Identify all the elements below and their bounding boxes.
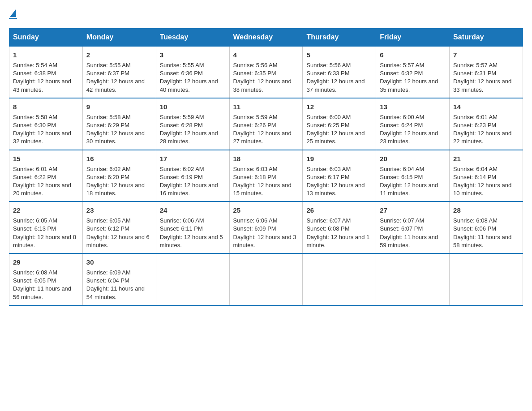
weekday-header-tuesday: Tuesday bbox=[156, 29, 229, 47]
calendar-cell: 11 Sunrise: 5:59 AM Sunset: 6:26 PM Dayl… bbox=[229, 98, 303, 150]
day-number: 12 bbox=[306, 102, 372, 111]
calendar-cell: 21 Sunrise: 6:04 AM Sunset: 6:14 PM Dayl… bbox=[450, 150, 523, 202]
sunset-label: Sunset: 6:36 PM bbox=[160, 70, 203, 77]
sunrise-label: Sunrise: 6:00 AM bbox=[306, 114, 351, 120]
day-number: 11 bbox=[233, 102, 299, 111]
daylight-label: Daylight: 11 hours and 59 minutes. bbox=[380, 234, 438, 248]
day-number: 7 bbox=[453, 50, 519, 60]
day-number: 8 bbox=[13, 102, 79, 111]
sunset-label: Sunset: 6:04 PM bbox=[86, 277, 129, 284]
day-number: 18 bbox=[233, 154, 299, 163]
daylight-label: Daylight: 12 hours and 6 minutes. bbox=[86, 234, 150, 248]
sunrise-label: Sunrise: 5:55 AM bbox=[160, 62, 204, 68]
sunset-label: Sunset: 6:08 PM bbox=[306, 225, 349, 232]
sunrise-label: Sunrise: 6:01 AM bbox=[13, 166, 57, 172]
sunrise-label: Sunrise: 6:01 AM bbox=[453, 114, 498, 120]
day-number: 28 bbox=[453, 206, 519, 215]
daylight-label: Daylight: 12 hours and 15 minutes. bbox=[233, 182, 292, 197]
calendar-cell: 29 Sunrise: 6:08 AM Sunset: 6:05 PM Dayl… bbox=[9, 253, 83, 305]
day-number: 29 bbox=[13, 257, 79, 267]
logo-triangle-icon bbox=[10, 9, 16, 17]
day-number: 5 bbox=[306, 50, 372, 60]
calendar-cell bbox=[303, 253, 376, 305]
daylight-label: Daylight: 12 hours and 1 minute. bbox=[306, 234, 369, 248]
daylight-label: Daylight: 11 hours and 56 minutes. bbox=[13, 285, 71, 300]
weekday-header-saturday: Saturday bbox=[450, 29, 523, 47]
day-number: 25 bbox=[233, 206, 299, 215]
sunset-label: Sunset: 6:18 PM bbox=[233, 174, 276, 180]
sunset-label: Sunset: 6:11 PM bbox=[160, 225, 203, 232]
daylight-label: Daylight: 12 hours and 42 minutes. bbox=[86, 78, 145, 93]
calendar-week-row: 15 Sunrise: 6:01 AM Sunset: 6:22 PM Dayl… bbox=[9, 150, 523, 202]
sunset-label: Sunset: 6:28 PM bbox=[160, 122, 203, 128]
weekday-header-monday: Monday bbox=[82, 29, 156, 47]
day-number: 27 bbox=[380, 206, 446, 215]
sunset-label: Sunset: 6:29 PM bbox=[86, 122, 129, 128]
day-number: 10 bbox=[160, 102, 226, 111]
calendar-week-row: 22 Sunrise: 6:05 AM Sunset: 6:13 PM Dayl… bbox=[9, 201, 523, 253]
sunrise-label: Sunrise: 6:03 AM bbox=[306, 166, 351, 172]
sunset-label: Sunset: 6:33 PM bbox=[306, 70, 349, 77]
daylight-label: Daylight: 11 hours and 54 minutes. bbox=[86, 285, 145, 300]
calendar-cell: 4 Sunrise: 5:56 AM Sunset: 6:35 PM Dayli… bbox=[229, 46, 303, 98]
calendar-cell: 9 Sunrise: 5:58 AM Sunset: 6:29 PM Dayli… bbox=[82, 98, 156, 150]
daylight-label: Daylight: 12 hours and 40 minutes. bbox=[160, 78, 218, 93]
calendar-cell: 1 Sunrise: 5:54 AM Sunset: 6:38 PM Dayli… bbox=[9, 46, 83, 98]
day-number: 20 bbox=[380, 154, 446, 163]
calendar-cell: 14 Sunrise: 6:01 AM Sunset: 6:23 PM Dayl… bbox=[450, 98, 523, 150]
weekday-header-wednesday: Wednesday bbox=[229, 29, 303, 47]
daylight-label: Daylight: 12 hours and 10 minutes. bbox=[453, 182, 511, 197]
sunrise-label: Sunrise: 6:08 AM bbox=[453, 217, 498, 224]
day-number: 21 bbox=[453, 154, 519, 163]
sunset-label: Sunset: 6:09 PM bbox=[233, 225, 276, 232]
daylight-label: Daylight: 12 hours and 18 minutes. bbox=[86, 182, 145, 197]
sunrise-label: Sunrise: 6:06 AM bbox=[160, 217, 204, 224]
calendar-cell: 26 Sunrise: 6:07 AM Sunset: 6:08 PM Dayl… bbox=[303, 201, 376, 253]
sunset-label: Sunset: 6:26 PM bbox=[233, 122, 276, 128]
sunrise-label: Sunrise: 6:07 AM bbox=[306, 217, 351, 224]
sunset-label: Sunset: 6:25 PM bbox=[306, 122, 349, 128]
sunrise-label: Sunrise: 6:02 AM bbox=[86, 166, 131, 172]
day-number: 26 bbox=[306, 206, 372, 215]
daylight-label: Daylight: 12 hours and 35 minutes. bbox=[380, 78, 438, 93]
calendar-cell: 10 Sunrise: 5:59 AM Sunset: 6:28 PM Dayl… bbox=[156, 98, 229, 150]
weekday-header-sunday: Sunday bbox=[9, 29, 83, 47]
sunrise-label: Sunrise: 5:55 AM bbox=[86, 62, 131, 68]
sunrise-label: Sunrise: 5:57 AM bbox=[380, 62, 424, 68]
sunrise-label: Sunrise: 6:03 AM bbox=[233, 166, 278, 172]
sunset-label: Sunset: 6:22 PM bbox=[13, 174, 56, 180]
day-number: 3 bbox=[160, 50, 226, 60]
sunset-label: Sunset: 6:17 PM bbox=[306, 174, 349, 180]
daylight-label: Daylight: 12 hours and 38 minutes. bbox=[233, 78, 292, 93]
calendar-cell: 17 Sunrise: 6:02 AM Sunset: 6:19 PM Dayl… bbox=[156, 150, 229, 202]
day-number: 24 bbox=[160, 206, 226, 215]
weekday-header-row: SundayMondayTuesdayWednesdayThursdayFrid… bbox=[9, 29, 523, 47]
daylight-label: Daylight: 12 hours and 8 minutes. bbox=[13, 234, 76, 248]
daylight-label: Daylight: 12 hours and 20 minutes. bbox=[13, 182, 71, 197]
sunrise-label: Sunrise: 5:56 AM bbox=[233, 62, 278, 68]
sunset-label: Sunset: 6:14 PM bbox=[453, 174, 496, 180]
day-number: 15 bbox=[13, 154, 79, 163]
sunrise-label: Sunrise: 6:02 AM bbox=[160, 166, 204, 172]
day-number: 22 bbox=[13, 206, 79, 215]
daylight-label: Daylight: 12 hours and 37 minutes. bbox=[306, 78, 365, 93]
sunset-label: Sunset: 6:35 PM bbox=[233, 70, 276, 77]
sunset-label: Sunset: 6:31 PM bbox=[453, 70, 496, 77]
sunrise-label: Sunrise: 5:58 AM bbox=[13, 114, 57, 120]
sunset-label: Sunset: 6:05 PM bbox=[13, 277, 56, 284]
calendar-cell: 13 Sunrise: 6:00 AM Sunset: 6:24 PM Dayl… bbox=[376, 98, 450, 150]
daylight-label: Daylight: 12 hours and 23 minutes. bbox=[380, 130, 438, 145]
sunset-label: Sunset: 6:12 PM bbox=[86, 225, 129, 232]
sunrise-label: Sunrise: 6:05 AM bbox=[86, 217, 131, 224]
calendar-cell: 16 Sunrise: 6:02 AM Sunset: 6:20 PM Dayl… bbox=[82, 150, 156, 202]
sunrise-label: Sunrise: 6:04 AM bbox=[453, 166, 498, 172]
day-number: 16 bbox=[86, 154, 152, 163]
daylight-label: Daylight: 12 hours and 11 minutes. bbox=[380, 182, 438, 197]
weekday-header-friday: Friday bbox=[376, 29, 450, 47]
sunrise-label: Sunrise: 6:05 AM bbox=[13, 217, 57, 224]
sunset-label: Sunset: 6:37 PM bbox=[86, 70, 129, 77]
calendar-cell: 18 Sunrise: 6:03 AM Sunset: 6:18 PM Dayl… bbox=[229, 150, 303, 202]
calendar-cell: 2 Sunrise: 5:55 AM Sunset: 6:37 PM Dayli… bbox=[82, 46, 156, 98]
calendar-week-row: 8 Sunrise: 5:58 AM Sunset: 6:30 PM Dayli… bbox=[9, 98, 523, 150]
day-number: 30 bbox=[86, 257, 152, 267]
